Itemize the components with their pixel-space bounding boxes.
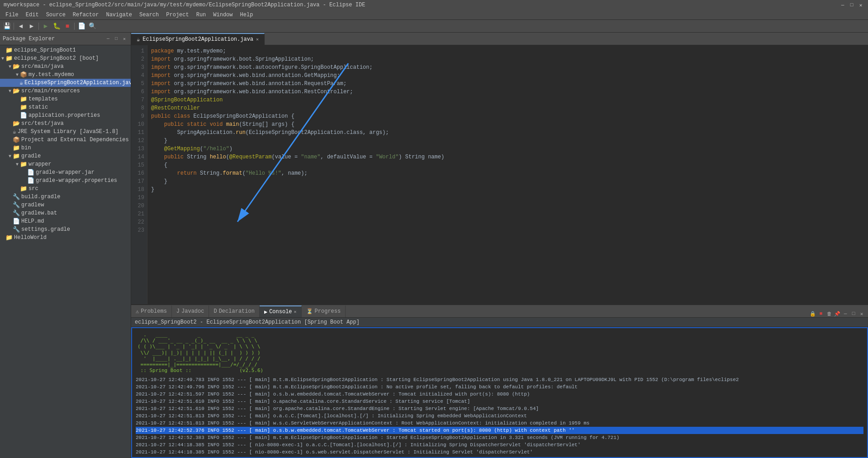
code-line-15: } [151, 137, 868, 145]
pe-minimize-btn[interactable]: — [104, 35, 112, 43]
tree-item-pe-main-class[interactable]: ☕EclipseSpringBoot2Application.java [0, 79, 131, 87]
toolbar-btn-forward[interactable]: ▶ [27, 21, 37, 31]
console-clear-btn[interactable]: 🗑 [825, 310, 833, 317]
tree-item-label-pe-src-main-resources: src/main/resources [21, 88, 80, 94]
toolbar-btn-search[interactable]: 🔍 [87, 21, 97, 31]
menu-item-window[interactable]: Window [209, 11, 236, 19]
menu-item-file[interactable]: File [2, 11, 22, 19]
code-line-7: import org.springframework.web.bind.anno… [151, 88, 868, 96]
editor-tab-close[interactable]: ✕ [256, 37, 259, 42]
toolbar-btn-run[interactable]: ▶ [41, 21, 51, 31]
tree-item-pe-build-gradle[interactable]: 🔧build.gradle [0, 193, 131, 201]
toolbar-btn-save[interactable]: 💾 [2, 21, 12, 31]
tree-item-pe-gradlew[interactable]: 🔧gradlew [0, 201, 131, 209]
menu-item-search[interactable]: Search [136, 11, 162, 19]
toolbar-btn-new[interactable]: 📄 [76, 21, 86, 31]
tree-item-pe-static[interactable]: 📁static [0, 103, 131, 111]
tree-item-pe-src[interactable]: 📁src [0, 185, 131, 193]
toolbar-btn-stop[interactable]: ■ [62, 21, 72, 31]
toolbar-sep-3 [74, 23, 75, 30]
maximize-button[interactable]: □ [848, 1, 855, 9]
spring-logo: . ____ _ __ _ _ /\\ / ___'_ __ _ _(_)_ _… [132, 328, 867, 375]
menu-item-project[interactable]: Project [162, 11, 192, 19]
tree-item-pe-gradle-wrapper-jar[interactable]: 📄gradle-wrapper.jar [0, 168, 131, 177]
tab-declaration[interactable]: D Declaration [209, 305, 259, 317]
console-close-btn[interactable]: ✕ [294, 309, 297, 315]
tree-item-label-pe-src-main-java: src/main/java [21, 63, 64, 70]
console-close-btn2[interactable]: ✕ [858, 310, 865, 317]
tree-item-label-pe-templates: templates [28, 96, 58, 102]
console-terminate-btn[interactable]: ■ [817, 310, 825, 317]
tree-item-label-pe-src: src [28, 186, 38, 192]
code-content[interactable]: package my.test.mydemo;import org.spring… [147, 45, 868, 304]
tree-item-label-pe-gradlew-bat: gradlew.bat [21, 210, 57, 216]
tree-item-pe-app-props[interactable]: 📄application.properties [0, 111, 131, 119]
minimize-button[interactable]: — [839, 1, 846, 9]
tab-console[interactable]: ▶ Console ✕ [260, 305, 302, 317]
tree-item-pe-help[interactable]: 📄HELP.md [0, 217, 131, 225]
code-line-10: @RestController [151, 104, 868, 112]
tree-item-pe-proj-ext[interactable]: 📦Project and External Dependencies [0, 136, 131, 144]
tree-item-pe-src-main-java[interactable]: ▼📂src/main/java [0, 62, 131, 71]
log-line: 2021-10-27 12:42:52.383 INFO 1552 --- [ … [136, 434, 863, 441]
tree-item-pe-bin[interactable]: 📁bin [0, 144, 131, 152]
tree-item-pe-eclipse1[interactable]: 📁eclipse_SpringBoot1 [0, 46, 131, 54]
tree-item-pe-gradlew-bat[interactable]: 🔧gradlew.bat [0, 209, 131, 217]
console-maximize-btn[interactable]: □ [850, 310, 857, 317]
line-number-1: 1 [131, 47, 147, 55]
tree-item-icon-pe-my-test: 📦 [20, 71, 27, 78]
editor-tab-bar: ☕ EclipseSpringBoot2Application.java ✕ [131, 33, 868, 45]
menu-item-edit[interactable]: Edit [22, 11, 43, 19]
tree-item-pe-jre[interactable]: ☕JRE System Library [JavaSE-1.8] [0, 128, 131, 136]
menu-item-navigate[interactable]: Navigate [102, 11, 136, 19]
tree-item-label-pe-my-test: my.test.mydemo [28, 72, 74, 78]
console-content[interactable]: . ____ _ __ _ _ /\\ / ___'_ __ _ _(_)_ _… [131, 327, 868, 458]
tab-problems[interactable]: ⚠ Problems [131, 305, 172, 317]
toolbar: 💾 ◀ ▶ ▶ 🐛 ■ 📄 🔍 [0, 20, 868, 33]
tab-javadoc[interactable]: J Javadoc [172, 305, 209, 317]
console-pin-btn[interactable]: 📌 [834, 310, 841, 317]
console-scroll-lock-btn[interactable]: 🔒 [809, 310, 816, 317]
menu-item-source[interactable]: Source [43, 11, 69, 19]
menu-item-refactor[interactable]: Refactor [69, 11, 103, 19]
line-number-20: 20 [131, 202, 147, 210]
tree-item-label-pe-wrapper: wrapper [28, 161, 51, 167]
toolbar-btn-debug[interactable]: 🐛 [52, 21, 62, 31]
package-explorer-tree: 📁eclipse_SpringBoot1▼📁eclipse_SpringBoot… [0, 45, 131, 458]
tree-item-icon-pe-static: 📁 [20, 104, 27, 111]
tree-item-pe-eclipse2[interactable]: ▼📁eclipse_SpringBoot2 [boot] [0, 54, 131, 62]
tree-item-pe-settings[interactable]: 🔧settings.gradle [0, 225, 131, 234]
tree-item-pe-helloworld[interactable]: 📁HelloWorld [0, 234, 131, 242]
tree-item-icon-pe-bin: 📁 [13, 144, 20, 152]
tree-item-pe-templates[interactable]: 📁templates [0, 95, 131, 103]
tree-item-pe-src-test-java[interactable]: 📂src/test/java [0, 119, 131, 128]
tree-item-pe-gradle[interactable]: ▼📁gradle [0, 152, 131, 160]
tab-progress[interactable]: ⏳ Progress [302, 305, 346, 317]
editor-tab-main[interactable]: ☕ EclipseSpringBoot2Application.java ✕ [131, 33, 265, 45]
tree-item-icon-pe-proj-ext: 📦 [13, 136, 20, 143]
tree-item-pe-my-test[interactable]: ▼📦my.test.mydemo [0, 71, 131, 79]
tree-item-arrow-pe-my-test: ▼ [14, 72, 20, 77]
tree-item-arrow-pe-eclipse2: ▼ [0, 56, 5, 61]
log-line: 2021-10-27 12:42:52.376 INFO 1552 --- [ … [136, 427, 863, 434]
tree-item-pe-wrapper[interactable]: ▼📁wrapper [0, 160, 131, 168]
editor-tab-label: EclipseSpringBoot2Application.java [142, 36, 253, 43]
console-minimize-btn[interactable]: — [842, 310, 849, 317]
line-number-10: 10 [131, 120, 147, 129]
code-line-5: import org.springframework.web.bind.anno… [151, 72, 868, 80]
menu-item-run[interactable]: Run [193, 11, 210, 19]
toolbar-btn-back[interactable]: ◀ [16, 21, 26, 31]
tree-item-arrow-pe-src-main-java: ▼ [7, 64, 13, 69]
tree-item-icon-pe-gradlew-bat: 🔧 [13, 210, 20, 217]
code-line-4: import org.springframework.boot.autoconf… [151, 63, 868, 72]
window-controls: — □ ✕ [839, 1, 864, 9]
tree-item-pe-gradle-wrapper-props[interactable]: 📄gradle-wrapper.properties [0, 177, 131, 185]
menu-item-help[interactable]: Help [237, 11, 257, 19]
tree-item-pe-src-main-resources[interactable]: ▼📂src/main/resources [0, 87, 131, 95]
pe-close-btn[interactable]: ✕ [121, 35, 128, 43]
pe-maximize-btn[interactable]: □ [113, 35, 120, 43]
close-button[interactable]: ✕ [857, 1, 864, 9]
console-icon: ▶ [264, 309, 267, 315]
tree-item-label-pe-settings: settings.gradle [21, 226, 70, 233]
tree-item-icon-pe-templates: 📁 [20, 95, 27, 103]
